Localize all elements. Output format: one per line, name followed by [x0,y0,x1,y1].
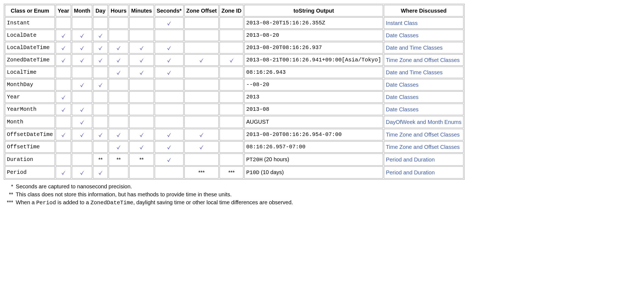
discussed-link[interactable]: Period and Duration [386,169,435,175]
mark-cell [109,104,128,115]
check-icon [61,105,66,114]
table-row: ZonedDateTime2013-08-21T00:16:26.941+09:… [5,54,463,66]
column-header: Day [93,5,108,16]
column-header: Month [72,5,92,16]
check-icon [79,56,85,64]
mark-cell [56,79,71,90]
mark-cell [155,42,184,53]
mark-cell [72,166,92,178]
class-name-cell: Year [5,91,55,103]
discussed-link-cell: Period and Duration [384,166,463,178]
column-header: toString Output [244,5,383,16]
mark-cell [220,104,243,115]
check-icon [98,168,103,177]
mark-cell [155,141,184,153]
check-icon [229,56,234,64]
mark-cell [220,17,243,29]
check-icon [61,56,66,64]
mark-cell: *** [220,166,243,178]
discussed-link[interactable]: Date and Time Classes [386,69,443,75]
mark-cell [184,104,219,115]
check-icon [166,43,172,52]
tostring-output-cell: P10D (10 days) [244,166,383,178]
mark-cell [220,79,243,90]
mark-cell [56,166,71,178]
mark-cell [56,141,71,153]
discussed-link[interactable]: Time Zone and Offset Classes [386,144,460,150]
table-row: Instant2013-08-20T15:16:26.355ZInstant C… [5,17,463,29]
discussed-link[interactable]: DayOfWeek and Month Enums [386,119,461,125]
mark-cell [184,42,219,53]
discussed-link-cell: Date Classes [384,104,463,115]
class-name-cell: Instant [5,17,55,29]
mark-cell [56,104,71,115]
footnote-3: *** When a Period is added to a ZonedDat… [4,199,640,206]
check-icon [98,130,103,139]
discussed-link[interactable]: Date and Time Classes [386,45,443,51]
discussed-link[interactable]: Period and Duration [386,157,435,163]
mark-cell [155,67,184,78]
check-icon [61,93,66,101]
mark-cell: *** [184,166,219,178]
mark-cell [220,116,243,128]
mark-cell [184,17,219,29]
check-icon [98,43,103,52]
mark-text: ** [98,157,103,163]
discussed-link[interactable]: Time Zone and Offset Classes [386,132,460,138]
discussed-link[interactable]: Date Classes [386,94,418,100]
tostring-output-cell: 2013 [244,91,383,103]
mark-cell [129,30,154,41]
discussed-link-cell: Time Zone and Offset Classes [384,129,463,140]
mark-cell: ** [93,154,108,166]
table-row: LocalDate2013-08-20Date Classes [5,30,463,41]
mark-cell [93,17,108,29]
discussed-link-cell: Date Classes [384,79,463,90]
discussed-link[interactable]: Date Classes [386,82,418,88]
tostring-output-cell: 2013-08-20T08:16:26.937 [244,42,383,53]
discussed-link[interactable]: Date Classes [386,106,418,112]
mark-cell [72,79,92,90]
check-icon [199,56,204,64]
class-name-cell: Period [5,166,55,178]
class-name-cell: LocalDate [5,30,55,41]
column-header: Class or Enum [5,5,55,16]
class-name-cell: LocalDateTime [5,42,55,53]
mark-cell [93,91,108,103]
discussed-link-cell: DayOfWeek and Month Enums [384,116,463,128]
mark-cell [184,141,219,153]
check-icon [139,56,144,64]
discussed-link[interactable]: Date Classes [386,32,418,38]
mark-cell [109,129,128,140]
tostring-output-cell: PT20H (20 hours) [244,154,383,166]
table-row: LocalTime08:16:26.943Date and Time Class… [5,67,463,78]
mark-cell [56,67,71,78]
table-row: Duration******PT20H (20 hours)Period and… [5,154,463,166]
check-icon [61,43,66,52]
check-icon [166,56,172,64]
check-icon [199,143,204,151]
discussed-link[interactable]: Instant Class [386,20,418,26]
mark-cell [56,30,71,41]
column-header: Zone Offset [184,5,219,16]
mark-cell [155,79,184,90]
table-header-row: Class or EnumYearMonthDayHoursMinutesSec… [5,5,463,16]
mark-text: *** [198,169,205,175]
mark-cell [155,116,184,128]
mark-cell [72,30,92,41]
table-row: YearMonth2013-08Date Classes [5,104,463,115]
tostring-output-cell: 08:16:26.957-07:00 [244,141,383,153]
mark-cell [184,129,219,140]
table-row: LocalDateTime2013-08-20T08:16:26.937Date… [5,42,463,53]
check-icon [79,31,85,40]
mark-cell [129,141,154,153]
check-icon [79,105,85,114]
discussed-link-cell: Time Zone and Offset Classes [384,54,463,66]
discussed-link[interactable]: Time Zone and Offset Classes [386,57,460,63]
class-name-cell: OffsetDateTime [5,129,55,140]
footnote-1: * Seconds are captured to nanosecond pre… [4,183,640,190]
mark-cell [220,91,243,103]
mark-cell [93,141,108,153]
column-header: Year [56,5,71,16]
column-header: Minutes [129,5,154,16]
check-icon [61,130,66,139]
